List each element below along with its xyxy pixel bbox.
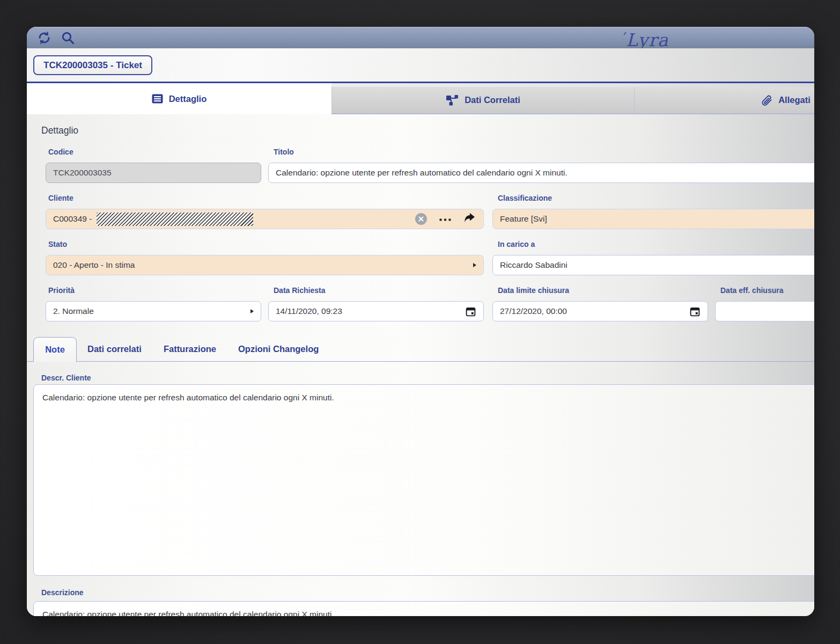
sub-tabbar: Note Dati correlati Fatturazione Opzioni… <box>27 337 814 362</box>
calendar-icon[interactable] <box>689 306 701 317</box>
cliente-label: Cliente <box>48 194 73 202</box>
redacted-client-name <box>97 213 253 226</box>
descr-cliente-text: Calendario: opzione utente per refresh a… <box>42 393 334 402</box>
tab-dati-correlati-label: Dati Correlati <box>465 95 520 105</box>
in-carico-a-field[interactable]: Riccardo Sabadini <box>492 255 814 275</box>
titolo-field[interactable]: Calendario: opzione utente per refresh a… <box>268 163 814 183</box>
data-richiesta-field[interactable]: 14/11/2020, 09:23 <box>268 301 484 321</box>
refresh-icon[interactable] <box>37 31 51 45</box>
descrizione-label: Descrizione <box>41 588 84 597</box>
in-carico-a-label: In carico a <box>498 240 535 248</box>
stato-value: 020 - Aperto - In stima <box>53 260 135 270</box>
app-window: Lyra TCK200003035 - Ticket Dettaglio <box>27 27 814 616</box>
subtab-divider <box>27 361 814 362</box>
cliente-field[interactable]: C000349 - <box>46 209 484 229</box>
data-limite-value: 27/12/2020, 00:00 <box>500 306 567 316</box>
titolo-value: Calendario: opzione utente per refresh a… <box>276 168 568 178</box>
hierarchy-icon <box>446 95 459 106</box>
tab-dettaglio-label: Dettaglio <box>169 94 207 104</box>
codice-value: TCK200003035 <box>53 168 112 178</box>
classificazione-field[interactable]: Feature [Svi] <box>492 209 814 229</box>
descr-cliente-label: Descr. Cliente <box>41 374 91 382</box>
stato-label: Stato <box>48 240 67 248</box>
goto-client-icon[interactable] <box>463 213 475 225</box>
subtab-opzioni-changelog[interactable]: Opzioni Changelog <box>238 344 319 354</box>
clear-client-icon[interactable] <box>415 213 427 225</box>
subtab-fatturazione[interactable]: Fatturazione <box>164 344 216 354</box>
tab-dati-correlati[interactable]: Dati Correlati <box>331 87 634 114</box>
descrizione-text: Calendario: opzione utente per refresh a… <box>42 610 334 616</box>
ticket-tab[interactable]: TCK200003035 - Ticket <box>33 55 152 75</box>
priorita-field[interactable]: 2. Normale <box>46 301 261 321</box>
data-eff-field[interactable] <box>715 301 814 321</box>
priorita-label: Priorità <box>48 286 75 295</box>
lookup-client-icon[interactable] <box>439 214 452 224</box>
in-carico-a-value: Riccardo Sabadini <box>500 260 568 270</box>
ticket-tab-row: TCK200003035 - Ticket <box>27 48 814 82</box>
codice-label: Codice <box>48 148 73 156</box>
inactive-tabs: Dati Correlati Allegati <box>331 87 814 114</box>
subtab-row: Dati correlati Fatturazione Opzioni Chan… <box>87 337 319 361</box>
stato-dropdown-icon[interactable] <box>473 263 476 267</box>
search-icon[interactable] <box>61 31 75 45</box>
descrizione-textarea[interactable]: Calendario: opzione utente per refresh a… <box>33 601 814 616</box>
tab-dettaglio[interactable]: Dettaglio <box>27 83 331 114</box>
classificazione-label: Classificazione <box>498 194 552 202</box>
titolo-label: Titolo <box>274 148 294 156</box>
data-richiesta-value: 14/11/2020, 09:23 <box>276 306 342 316</box>
calendar-icon[interactable] <box>465 306 476 317</box>
codice-field: TCK200003035 <box>46 163 261 183</box>
tab-allegati-label: Allegati <box>778 95 810 105</box>
stato-field[interactable]: 020 - Aperto - In stima <box>46 255 484 275</box>
data-limite-field[interactable]: 27/12/2020, 00:00 <box>492 301 708 321</box>
descr-cliente-textarea[interactable]: Calendario: opzione utente per refresh a… <box>33 384 814 576</box>
data-richiesta-label: Data Richiesta <box>274 286 325 295</box>
subtab-note[interactable]: Note <box>33 337 77 362</box>
priorita-dropdown-icon[interactable] <box>250 309 254 313</box>
paperclip-icon <box>761 94 772 106</box>
priorita-value: 2. Normale <box>53 306 94 316</box>
section-title: Dettaglio <box>41 125 78 136</box>
list-icon <box>152 94 163 104</box>
dettaglio-panel: Dettaglio Codice TCK200003035 Titolo Cal… <box>27 114 814 616</box>
subtab-note-label: Note <box>45 345 65 355</box>
cliente-value: C000349 - <box>53 214 92 224</box>
data-eff-label: Data eff. chiusura <box>720 286 783 295</box>
classificazione-value: Feature [Svi] <box>500 214 547 224</box>
main-tabbar: Dettaglio Dati Correlati <box>27 82 814 114</box>
data-limite-label: Data limite chiusura <box>498 286 569 295</box>
tab-allegati[interactable]: Allegati <box>634 87 814 114</box>
top-toolbar: Lyra <box>27 27 814 48</box>
subtab-dati-correlati[interactable]: Dati correlati <box>87 344 142 354</box>
